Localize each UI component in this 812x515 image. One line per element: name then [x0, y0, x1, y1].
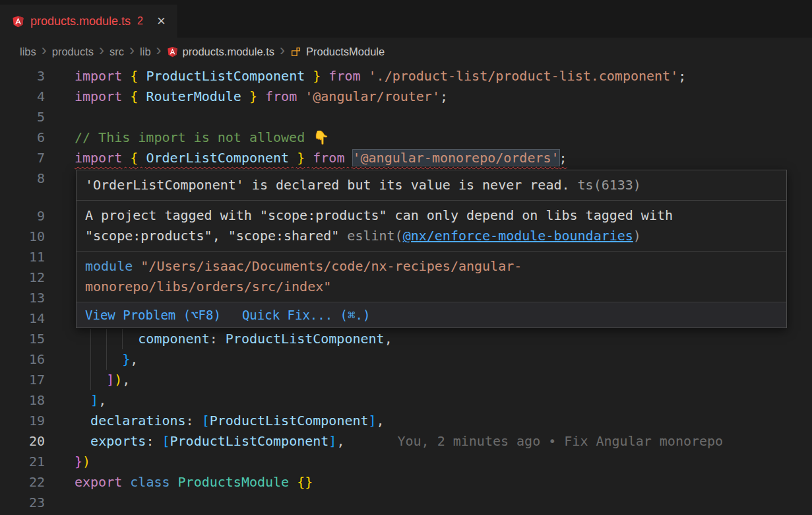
breadcrumb-item-libs[interactable]: libs: [20, 46, 36, 58]
code-line[interactable]: 7import { OrderListComponent } from '@an…: [0, 148, 812, 168]
indent-guide: [90, 349, 91, 370]
code-text: }): [75, 452, 812, 472]
breadcrumb: libs › products › src › lib › products.m…: [0, 38, 812, 65]
hover-section: module "/Users/isaac/Documents/code/nx-r…: [77, 252, 786, 302]
breadcrumb-item-symbol[interactable]: ProductsModule: [306, 46, 385, 58]
line-number: 15: [0, 329, 45, 349]
code-line[interactable]: 6// This import is not allowed 👇: [0, 127, 812, 148]
line-number: 22: [0, 472, 45, 493]
chevron-right-icon: ›: [280, 42, 285, 58]
line-number: 18: [0, 390, 45, 411]
hover-text-line: module "/Users/isaac/Documents/code/nx-r…: [85, 256, 778, 277]
line-number: 11: [0, 247, 45, 267]
tab-problems-badge: 2: [137, 15, 143, 27]
error-squiggle: import { OrderListComponent } from '@ang…: [75, 150, 567, 166]
code-text: import { RouterModule } from '@angular/r…: [75, 86, 812, 107]
line-number: 7: [0, 148, 45, 168]
view-problem-action[interactable]: View Problem (⌥F8): [85, 306, 221, 324]
hover-popup: 'OrderListComponent' is declared but its…: [76, 170, 787, 328]
code-line[interactable]: 23: [0, 493, 812, 513]
code-line[interactable]: 16 },: [0, 349, 812, 370]
line-number: 23: [0, 493, 45, 513]
tab-bar: products.module.ts 2 ×: [0, 0, 812, 38]
code-line[interactable]: 20 exports: [ProductListComponent],You, …: [0, 431, 812, 452]
line-number: 8: [0, 168, 45, 189]
code-text: },: [75, 349, 812, 370]
line-number: 20: [0, 431, 45, 452]
chevron-right-icon: ›: [129, 42, 135, 58]
code-text: component: ProductListComponent,: [75, 329, 812, 349]
angular-icon: [167, 46, 178, 57]
code-text: [75, 493, 812, 513]
code-line[interactable]: 17 ]),: [0, 370, 812, 390]
code-line[interactable]: 21}): [0, 452, 812, 472]
line-number: 3: [0, 66, 45, 86]
code-line[interactable]: 15 component: ProductListComponent,: [0, 329, 812, 349]
vscode-window: products.module.ts 2 × libs › products ›…: [0, 0, 812, 515]
line-number: 13: [0, 288, 45, 308]
code-line[interactable]: 22export class ProductsModule {}: [0, 472, 812, 493]
hover-text-line: "scope:products", "scope:shared" eslint(…: [85, 226, 778, 246]
indent-guide: [106, 349, 107, 370]
line-number: 17: [0, 370, 45, 390]
chevron-right-icon: ›: [99, 42, 104, 58]
line-number: 14: [0, 308, 45, 329]
angular-icon: [12, 15, 24, 28]
tab-products-module[interactable]: products.module.ts 2 ×: [0, 5, 178, 38]
class-symbol-icon: [290, 46, 301, 57]
code-text: declarations: [ProductListComponent],: [75, 411, 812, 431]
hover-status-bar: View Problem (⌥F8) Quick Fix... (⌘.): [77, 302, 786, 327]
indent-guide: [90, 370, 91, 390]
eslint-rule-link[interactable]: @nx/enforce-module-boundaries: [403, 228, 633, 244]
indent-guide: [106, 329, 107, 349]
hover-body: 'OrderListComponent' is declared but its…: [77, 170, 786, 302]
line-number: 4: [0, 86, 45, 107]
line-number: 9: [0, 206, 45, 226]
code-text: ]),: [75, 370, 812, 390]
close-icon[interactable]: ×: [157, 14, 166, 28]
code-text: import { OrderListComponent } from '@ang…: [75, 148, 812, 168]
quick-fix-action[interactable]: Quick Fix... (⌘.): [242, 306, 370, 324]
code-line[interactable]: 4import { RouterModule } from '@angular/…: [0, 86, 812, 107]
chevron-right-icon: ›: [156, 42, 162, 58]
line-number: 21: [0, 452, 45, 472]
hover-text-line: 'OrderListComponent' is declared but its…: [85, 175, 778, 195]
code-text: ],: [75, 390, 812, 411]
breadcrumb-item-file[interactable]: products.module.ts: [183, 46, 274, 58]
code-text: exports: [ProductListComponent],You, 2 m…: [75, 431, 812, 452]
code-line[interactable]: 19 declarations: [ProductListComponent],: [0, 411, 812, 431]
hover-section: 'OrderListComponent' is declared but its…: [77, 170, 786, 201]
hover-text-line: monorepo/libs/orders/src/index": [85, 277, 778, 297]
line-number: 19: [0, 411, 45, 431]
hover-text-line: A project tagged with "scope:products" c…: [85, 205, 778, 226]
indent-guide: [122, 329, 123, 349]
line-number: 6: [0, 127, 45, 148]
tab-title: products.module.ts: [30, 15, 131, 28]
code-line[interactable]: 5: [0, 107, 812, 127]
indent-guide: [90, 329, 91, 349]
breadcrumb-item-src[interactable]: src: [109, 46, 124, 58]
chevron-right-icon: ›: [42, 42, 47, 58]
code-line[interactable]: 18 ],: [0, 390, 812, 411]
code-text: [75, 107, 812, 127]
breadcrumb-item-products[interactable]: products: [52, 46, 94, 58]
code-text: export class ProductsModule {}: [75, 472, 812, 493]
code-line[interactable]: 3import { ProductListComponent } from '.…: [0, 66, 812, 86]
git-blame-annotation: You, 2 minutes ago • Fix Angular monorep…: [397, 433, 723, 449]
line-number: 5: [0, 107, 45, 127]
code-text: import { ProductListComponent } from './…: [75, 66, 812, 86]
code-text: // This import is not allowed 👇: [75, 127, 812, 148]
hover-section: A project tagged with "scope:products" c…: [77, 201, 786, 252]
line-number: 16: [0, 349, 45, 370]
breadcrumb-item-lib[interactable]: lib: [140, 46, 151, 58]
line-number: 10: [0, 226, 45, 247]
line-number: 12: [0, 267, 45, 288]
